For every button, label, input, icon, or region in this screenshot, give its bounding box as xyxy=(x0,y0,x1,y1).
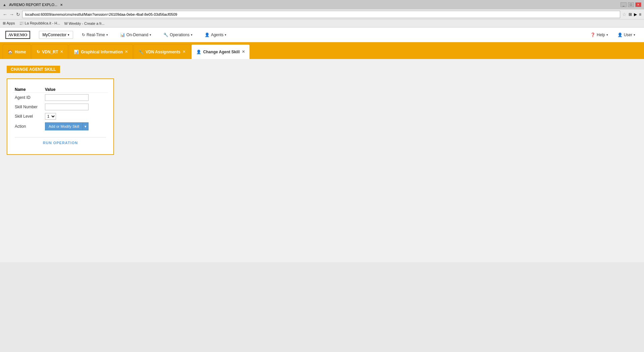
user-caret-icon: ▾ xyxy=(634,33,635,37)
change-agent-close-icon[interactable]: ✕ xyxy=(242,50,245,54)
skill-number-row: Skill Number xyxy=(13,102,108,112)
bookmark-repubblica[interactable]: 📰 La Repubblica.it - H... xyxy=(19,21,60,25)
agents-caret-icon: ▾ xyxy=(225,33,226,37)
action-label: Action xyxy=(15,124,26,129)
tab-home[interactable]: 🏠 Home xyxy=(3,44,31,59)
action-caret-button[interactable]: ▾ xyxy=(83,122,89,130)
skill-number-label: Skill Number xyxy=(15,105,38,109)
maximize-button[interactable]: □ xyxy=(628,2,634,7)
skill-number-input[interactable] xyxy=(45,104,89,110)
vdn-rt-tab-label: VDN_RT xyxy=(42,50,58,54)
graphical-tab-label: Graphical Information xyxy=(81,50,123,54)
help-caret-icon: ▾ xyxy=(606,33,608,37)
vdn-rt-close-icon[interactable]: ✕ xyxy=(60,50,63,54)
help-menu[interactable]: ❓ Help ▾ xyxy=(587,31,611,39)
agent-id-row: Agent ID xyxy=(13,93,108,103)
action-select-button[interactable]: Add or Modify Skill xyxy=(45,122,83,130)
col-value-header: Value xyxy=(45,87,55,92)
address-bar-input[interactable] xyxy=(22,11,620,18)
section-title: CHANGE AGENT SKILL xyxy=(7,66,60,73)
agent-id-label: Agent ID xyxy=(15,95,31,100)
realtime-caret-icon: ▾ xyxy=(106,33,108,37)
home-tab-label: Home xyxy=(15,50,26,54)
run-operation-button[interactable]: RUN OPERATION xyxy=(43,139,78,146)
connector-caret-icon: ▾ xyxy=(68,33,69,37)
agent-id-input[interactable] xyxy=(45,94,89,101)
connector-label: MyConnector xyxy=(43,33,66,37)
vdn-rt-tab-icon: ↻ xyxy=(37,50,40,54)
user-menu[interactable]: 👤 User ▾ xyxy=(614,31,639,39)
ondemand-icon: 📊 xyxy=(120,33,125,37)
bookmark-weebly[interactable]: W Weebly - Create a fr... xyxy=(64,21,104,25)
bookmark-star-icon[interactable]: ☆ xyxy=(622,12,627,17)
agents-menu[interactable]: 👤 Agents ▾ xyxy=(201,31,230,39)
user-icon: 👤 xyxy=(618,33,623,37)
extension-icon-3[interactable]: ≡ xyxy=(639,12,641,17)
close-button[interactable]: ✕ xyxy=(635,2,641,7)
change-agent-tab-icon: 👤 xyxy=(196,50,201,54)
ondemand-menu[interactable]: 📊 On-Demand ▾ xyxy=(117,31,155,39)
realtime-menu[interactable]: ↻ Real-Time ▾ xyxy=(78,31,111,39)
graphical-tab-icon: 📊 xyxy=(74,50,79,54)
page-title-tab: AVREMO REPORT EXPLO... xyxy=(9,3,57,7)
home-tab-icon: 🏠 xyxy=(8,50,13,54)
back-button[interactable]: ← xyxy=(3,12,7,17)
skill-level-label: Skill Level xyxy=(15,114,33,119)
tab-change-agent-skill[interactable]: 👤 Change Agent Skill ✕ xyxy=(191,44,250,59)
connector-dropdown[interactable]: MyConnector ▾ xyxy=(39,31,73,39)
bookmark-apps[interactable]: ⊞ Apps xyxy=(3,21,15,25)
forward-button[interactable]: → xyxy=(9,12,14,17)
change-agent-tab-label: Change Agent Skill xyxy=(203,50,240,54)
action-dropdown: Add or Modify Skill ▾ xyxy=(45,122,89,130)
vdn-assign-tab-label: VDN Assignments xyxy=(146,50,180,54)
agents-icon: 👤 xyxy=(205,33,210,37)
tab-vdn-assignments[interactable]: 🔧 VDN Assignments ✕ xyxy=(133,44,191,59)
action-row: Action Add or Modify Skill ▾ xyxy=(13,121,108,132)
operations-icon: 🔧 xyxy=(163,33,168,37)
tab-graphical[interactable]: 📊 Graphical Information ✕ xyxy=(69,44,133,59)
graphical-close-icon[interactable]: ✕ xyxy=(125,50,128,54)
form-table: Name Value Agent ID Skill Number xyxy=(13,86,108,148)
help-icon: ❓ xyxy=(590,33,595,37)
col-name-header: Name xyxy=(15,87,26,92)
minimize-button[interactable]: _ xyxy=(621,2,627,7)
skill-level-row: Skill Level 1 2 3 4 5 xyxy=(13,112,108,121)
vdn-assign-close-icon[interactable]: ✕ xyxy=(182,50,185,54)
realtime-icon: ↻ xyxy=(82,33,85,37)
run-row: RUN OPERATION xyxy=(13,132,108,148)
close-tab-icon[interactable]: ✕ xyxy=(60,3,63,7)
change-agent-skill-form: Name Value Agent ID Skill Number xyxy=(7,78,114,155)
skill-level-select[interactable]: 1 2 3 4 5 xyxy=(45,113,56,120)
tabs-bar: 🏠 Home ↻ VDN_RT ✕ 📊 Graphical Informatio… xyxy=(0,42,644,59)
tab-vdn-rt[interactable]: ↻ VDN_RT ✕ xyxy=(32,44,68,59)
operations-menu[interactable]: 🔧 Operations ▾ xyxy=(160,31,196,39)
extension-icon-2[interactable]: ▶ xyxy=(634,12,637,17)
refresh-button[interactable]: ↻ xyxy=(16,12,20,17)
ondemand-caret-icon: ▾ xyxy=(150,33,151,37)
operations-caret-icon: ▾ xyxy=(191,33,193,37)
logo: AVREMO xyxy=(5,31,30,39)
extension-icon-1[interactable]: ⊞ xyxy=(629,12,632,17)
vdn-assign-tab-icon: 🔧 xyxy=(139,50,144,54)
